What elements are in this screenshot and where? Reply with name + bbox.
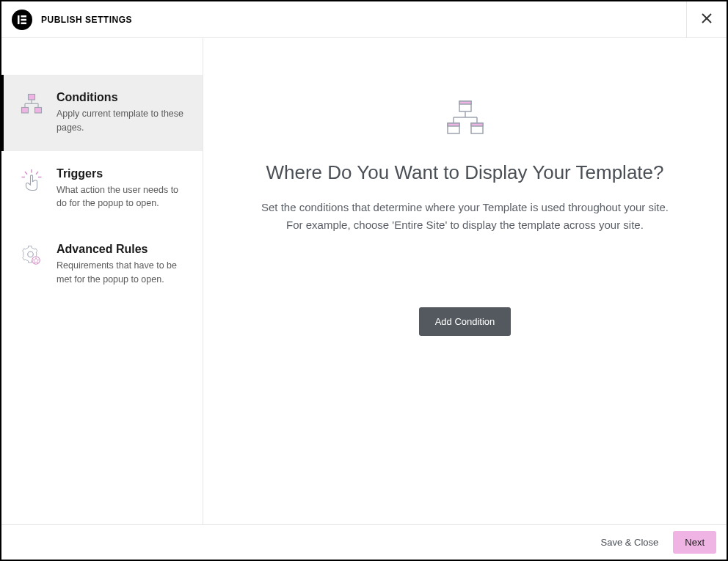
sidebar-text: Triggers What action the user needs to d…	[57, 167, 191, 211]
sidebar-item-desc: What action the user needs to do for the…	[57, 183, 191, 211]
elementor-logo-icon	[17, 15, 27, 25]
sidebar: Conditions Apply current template to the…	[1, 38, 203, 524]
close-icon	[700, 12, 713, 25]
svg-rect-6	[29, 95, 35, 100]
svg-rect-1	[21, 15, 27, 18]
next-button[interactable]: Next	[673, 531, 716, 554]
sidebar-item-triggers[interactable]: Triggers What action the user needs to d…	[1, 151, 203, 227]
header-left: PUBLISH SETTINGS	[12, 10, 132, 30]
close-wrap	[686, 1, 716, 37]
svg-rect-25	[471, 123, 483, 126]
add-condition-button[interactable]: Add Condition	[419, 307, 512, 336]
sidebar-item-desc: Apply current template to these pages.	[57, 107, 191, 135]
elementor-logo	[12, 10, 32, 30]
svg-rect-3	[21, 22, 27, 24]
svg-line-14	[25, 172, 27, 175]
sidebar-item-conditions[interactable]: Conditions Apply current template to the…	[1, 75, 203, 151]
dialog-body: Conditions Apply current template to the…	[1, 38, 727, 524]
sidebar-item-title: Conditions	[57, 91, 191, 104]
dialog-header: PUBLISH SETTINGS	[1, 1, 727, 38]
main-heading: Where Do You Want to Display Your Templa…	[266, 161, 664, 184]
svg-rect-23	[448, 123, 459, 126]
sitemap-icon	[445, 100, 486, 136]
dialog-title: PUBLISH SETTINGS	[41, 15, 132, 25]
triggers-icon	[18, 167, 45, 211]
sidebar-item-advanced-rules[interactable]: Advanced Rules Requirements that have to…	[1, 227, 203, 303]
svg-point-18	[28, 252, 34, 257]
conditions-icon	[18, 91, 45, 135]
sidebar-text: Conditions Apply current template to the…	[57, 91, 191, 135]
dialog-footer: Save & Close Next	[1, 524, 727, 560]
svg-rect-8	[35, 108, 42, 114]
sidebar-item-title: Advanced Rules	[57, 243, 191, 256]
svg-rect-2	[21, 18, 27, 21]
save-close-button[interactable]: Save & Close	[601, 537, 659, 548]
main-body-line1: Set the conditions that determine where …	[261, 201, 669, 213]
svg-rect-7	[22, 108, 29, 114]
svg-rect-21	[459, 101, 471, 104]
main-hero-icon	[445, 100, 486, 139]
sidebar-item-desc: Requirements that have to be met for the…	[57, 259, 191, 287]
main-description: Set the conditions that determine where …	[261, 199, 669, 234]
main-body-line2: For example, choose 'Entire Site' to dis…	[286, 219, 644, 231]
sidebar-text: Advanced Rules Requirements that have to…	[57, 243, 191, 287]
svg-rect-0	[18, 15, 20, 24]
sidebar-item-title: Triggers	[57, 167, 191, 180]
close-button[interactable]	[697, 9, 716, 30]
svg-line-15	[36, 172, 38, 175]
advanced-rules-icon	[18, 243, 45, 287]
main-panel: Where Do You Want to Display Your Templa…	[203, 38, 727, 524]
